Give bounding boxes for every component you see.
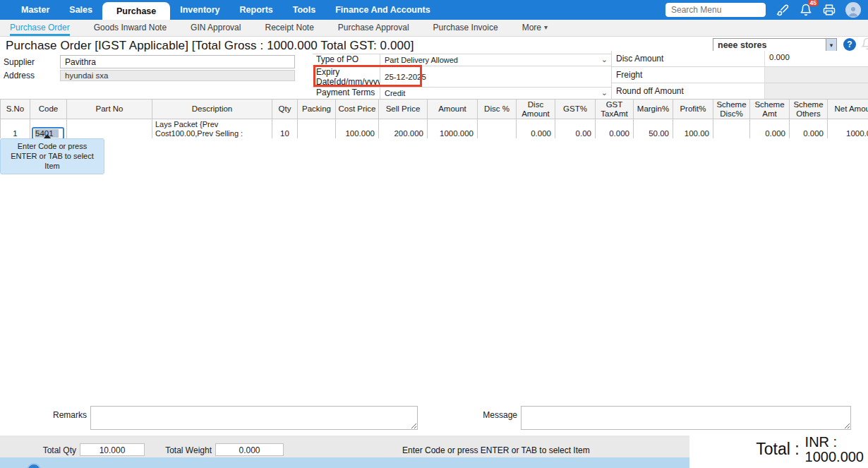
cell-scheme-others[interactable]: 0.000 [790,119,828,138]
column-header: Part No [67,100,152,119]
cell-gst-pct: 0.00 [555,119,596,138]
chevron-down-icon [544,23,548,31]
freight-label: Freight [612,67,764,83]
chevron-down-icon [601,88,608,97]
payment-terms-value: Credit [385,89,405,97]
disc-amount-label: Disc Amount [612,51,764,66]
print-icon[interactable] [822,4,836,17]
type-of-po-select[interactable]: Part Delivery Allowed [380,54,611,66]
address-field[interactable]: hyundai sxa [60,70,295,81]
page-title: Purchase Order [IGST Applicable] [Total … [0,39,414,53]
charges-panel: Disc Amount 0.000 Freight Round off Amou… [611,51,868,99]
tab-more[interactable]: More [522,20,548,36]
status-message: Enter Code or press ENTER or TAB to sele… [402,445,590,455]
cell-qty[interactable]: 10 [272,119,298,138]
tab-goods-inward-note[interactable]: Goods Inward Note [94,20,167,36]
grand-total-currency: INR : [805,435,864,450]
column-header: Disc Amount [517,100,555,119]
column-header: GST% [555,100,596,119]
store-selector-arrow-icon[interactable] [826,38,837,52]
payment-terms-label: Payment Terms [313,88,380,99]
expiry-date-label: Expiry Date[dd/mm/yyyy] [313,66,380,87]
column-header: Scheme Others [790,100,828,119]
type-of-po-value: Part Delivery Allowed [385,56,458,64]
theme-brush-icon[interactable] [776,4,789,17]
cell-part-no [67,119,152,138]
po-options-panel: Type of PO Part Delivery Allowed Expiry … [313,54,611,98]
column-header: S.No [1,100,30,119]
column-header: GST TaxAmt [596,100,634,119]
cell-profit-pct: 100.00 [673,119,713,138]
total-qty-field[interactable]: 10.000 [80,443,145,456]
expiry-date-field[interactable]: 25-12-2025 [380,66,611,87]
round-off-amount-label: Round off Amount [612,83,764,99]
tab-gin-approval[interactable]: GIN Approval [191,20,241,36]
search-input[interactable] [665,3,766,17]
column-header: Code [30,100,67,119]
cell-margin-pct: 50.00 [634,119,673,138]
message-textarea[interactable] [521,406,851,430]
message-label: Message [473,410,517,420]
store-selector-value[interactable]: neee stores [713,38,826,52]
tab-purchase-approval[interactable]: Purchase Approval [338,20,409,36]
expiry-date-value: 25-12-2025 [385,73,426,81]
address-label: Address [4,71,35,80]
type-of-po-label: Type of PO [313,54,380,66]
main-menu: Master Sales Purchase Inventory Reports … [0,0,440,20]
column-header: Amount [428,100,478,119]
cell-amount: 1000.000 [428,119,478,138]
column-header: Qty [272,100,298,119]
total-qty-label: Total Qty [28,445,76,455]
cell-gst-taxamt: 0.000 [596,119,634,138]
freight-field[interactable] [764,67,868,83]
menu-sales[interactable]: Sales [59,0,102,20]
column-header: Scheme Amt [750,100,790,119]
menu-tools[interactable]: Tools [283,0,325,20]
menu-inventory[interactable]: Inventory [170,0,229,20]
column-header: Margin% [634,100,673,119]
notification-badge: 45 [808,0,819,6]
payment-terms-select[interactable]: Credit [380,88,611,99]
cell-scheme-amt[interactable]: 0.000 [750,119,790,138]
menu-purchase[interactable]: Purchase [102,2,170,20]
tab-purchase-order[interactable]: Purchase Order [10,20,70,36]
chevron-down-icon [601,55,608,64]
items-table: S.No Code Part No Description Qty Packin… [0,99,868,138]
top-navbar: Master Sales Purchase Inventory Reports … [0,0,868,20]
purchase-subtabs: Purchase Order Goods Inward Note GIN App… [0,20,868,37]
column-header: Net Amount [828,100,868,119]
total-weight-label: Total Weight [157,445,212,455]
cell-scheme-disc-pct[interactable] [713,119,750,138]
tab-purchase-invoice[interactable]: Purchase Invoice [433,20,498,36]
menu-finance-and-accounts[interactable]: Finance And Accounts [325,0,440,20]
column-header: Sell Price [379,100,428,119]
tab-receipt-note[interactable]: Receipt Note [265,20,313,36]
table-header-row: S.No Code Part No Description Qty Packin… [1,100,868,119]
supplier-input[interactable]: Pavithra [60,55,295,68]
cell-sell-price[interactable]: 200.000 [379,119,428,138]
supplier-label: Supplier [4,57,35,67]
menu-reports[interactable]: Reports [230,0,283,20]
menu-master[interactable]: Master [11,0,59,20]
user-avatar[interactable] [845,2,861,18]
column-header: Description [152,100,272,119]
cell-net-amount: 1000.000 [828,119,868,138]
disc-amount-field[interactable]: 0.000 [764,51,868,66]
tab-more-label: More [522,23,541,32]
column-header: Disc % [478,100,517,119]
cell-sno: 1 [1,119,30,138]
round-off-amount-field[interactable] [764,83,868,99]
total-weight-field[interactable]: 0.000 [215,443,284,456]
cell-packing[interactable] [298,119,336,138]
column-header: Packing [298,100,336,119]
remarks-textarea[interactable] [90,406,418,430]
grand-total-amount: 1000.000 [805,450,864,464]
column-header: Scheme Disc% [713,100,750,119]
cell-disc-pct[interactable] [478,119,517,138]
table-row: 1 5401 Lays Packet {Prev Cost100.00,Prev… [1,119,868,138]
notifications-bell-icon[interactable]: 45 [799,4,812,17]
cell-cost-price[interactable]: 100.000 [336,119,379,138]
help-icon[interactable] [843,38,856,51]
store-selector[interactable]: neee stores [713,38,837,52]
cell-disc-amount[interactable]: 0.000 [517,119,555,138]
